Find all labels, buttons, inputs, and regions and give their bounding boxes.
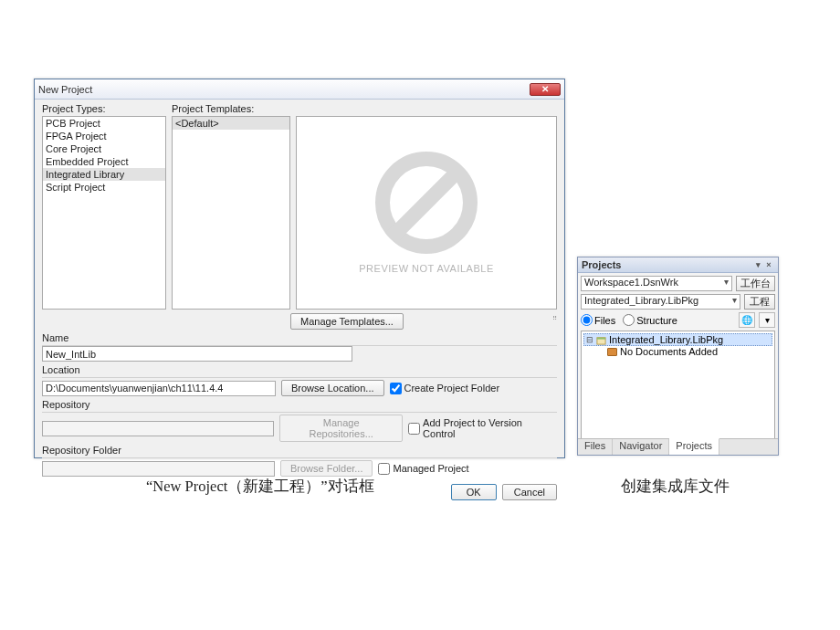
browse-folder-button: Browse Folder...	[280, 460, 373, 477]
manage-repositories-button: Manage Repositories...	[279, 415, 403, 442]
projects-panel: Projects ▾ × Workspace1.DsnWrk 工作台 Integ…	[577, 257, 779, 456]
view-files-radio[interactable]: Files	[581, 314, 615, 326]
repository-input	[42, 421, 274, 436]
view-structure-label: Structure	[636, 315, 677, 326]
type-item-core[interactable]: Core Project	[43, 142, 165, 155]
pin-icon[interactable]: ▾	[752, 259, 763, 270]
name-input[interactable]	[42, 346, 352, 362]
panel-title-text: Projects	[582, 259, 621, 270]
titlebar[interactable]: New Project ✕	[35, 79, 564, 100]
browse-location-button[interactable]: Browse Location...	[281, 380, 384, 396]
dialog-title: New Project	[38, 84, 92, 95]
workspace-button[interactable]: 工作台	[736, 276, 775, 291]
repository-label: Repository	[42, 399, 557, 410]
dialog-body: Project Types: PCB Project FPGA Project …	[35, 100, 564, 506]
panel-tabs: Files Navigator Projects	[578, 438, 778, 455]
ok-button[interactable]: OK	[451, 484, 497, 500]
name-label: Name	[42, 332, 557, 343]
location-label: Location	[42, 364, 557, 375]
panel-close-icon[interactable]: ×	[763, 259, 774, 270]
project-button[interactable]: 工程	[744, 294, 775, 310]
tree-child-label: No Documents Added	[620, 346, 718, 357]
tree-root-label: Integrated_Library.LibPkg	[609, 334, 723, 345]
create-project-folder-input[interactable]	[390, 383, 402, 394]
type-item-embedded[interactable]: Embedded Project	[43, 155, 165, 168]
templates-list[interactable]: <Default>	[172, 116, 290, 310]
view-files-input[interactable]	[581, 314, 593, 326]
panel-titlebar[interactable]: Projects ▾ ×	[578, 257, 778, 273]
location-input[interactable]	[42, 381, 276, 396]
project-combo[interactable]: Integrated_Library.LibPkg	[581, 294, 740, 310]
managed-project-label: Managed Project	[393, 463, 468, 474]
new-project-dialog: New Project ✕ Project Types: PCB Project…	[34, 79, 565, 458]
managed-project-checkbox[interactable]: Managed Project	[378, 463, 468, 475]
preview-not-available-text: PREVIEW NOT AVAILABLE	[359, 263, 493, 274]
create-project-folder-label: Create Project Folder	[404, 383, 500, 394]
repository-folder-input	[42, 461, 275, 477]
project-types-list[interactable]: PCB Project FPGA Project Core Project Em…	[42, 116, 166, 310]
panel-content: Workspace1.DsnWrk 工作台 Integrated_Library…	[578, 273, 778, 450]
view-files-label: Files	[594, 315, 615, 326]
project-templates-label: Project Templates:	[172, 103, 290, 114]
folder-icon	[607, 348, 617, 356]
view-structure-input[interactable]	[623, 314, 635, 326]
type-item-pcb[interactable]: PCB Project	[43, 117, 165, 130]
repository-folder-label: Repository Folder	[42, 445, 557, 456]
tree-root[interactable]: ⊟ Integrated_Library.LibPkg	[583, 333, 772, 346]
tab-projects[interactable]: Projects	[669, 438, 719, 455]
project-tree[interactable]: ⊟ Integrated_Library.LibPkg No Documents…	[581, 331, 775, 447]
tab-navigator[interactable]: Navigator	[613, 439, 669, 455]
template-item-default[interactable]: <Default>	[173, 117, 289, 130]
type-item-integrated-library[interactable]: Integrated Library	[43, 168, 165, 181]
project-types-label: Project Types:	[42, 103, 166, 114]
svg-rect-1	[597, 337, 605, 339]
package-icon	[596, 335, 606, 345]
type-item-script[interactable]: Script Project	[43, 181, 165, 194]
view-structure-radio[interactable]: Structure	[623, 314, 677, 326]
toolbar-dropdown-icon[interactable]: ▾	[759, 312, 775, 328]
manage-templates-button[interactable]: Manage Templates...	[290, 313, 404, 330]
add-to-vc-checkbox[interactable]: Add Project to Version Control	[408, 417, 557, 439]
add-to-vc-input[interactable]	[408, 423, 420, 435]
workspace-combo[interactable]: Workspace1.DsnWrk	[581, 276, 732, 291]
refresh-icon[interactable]: 🌐	[739, 312, 755, 328]
type-item-fpga[interactable]: FPGA Project	[43, 130, 165, 142]
expander-icon[interactable]: ⊟	[586, 335, 593, 344]
caption-right: 创建集成库文件	[621, 477, 730, 497]
preview-spacer	[296, 103, 557, 114]
close-button[interactable]: ✕	[530, 83, 561, 96]
template-preview: PREVIEW NOT AVAILABLE	[296, 116, 557, 310]
no-preview-icon	[375, 152, 478, 254]
resizer-icon: ⠿	[552, 313, 557, 330]
tree-child[interactable]: No Documents Added	[583, 346, 772, 357]
cancel-button[interactable]: Cancel	[502, 484, 557, 500]
add-to-vc-label: Add Project to Version Control	[423, 417, 557, 439]
create-project-folder-checkbox[interactable]: Create Project Folder	[390, 383, 500, 394]
tab-files[interactable]: Files	[578, 439, 613, 455]
caption-left: “New Project（新建工程）”对话框	[146, 477, 374, 497]
managed-project-input[interactable]	[378, 463, 390, 475]
